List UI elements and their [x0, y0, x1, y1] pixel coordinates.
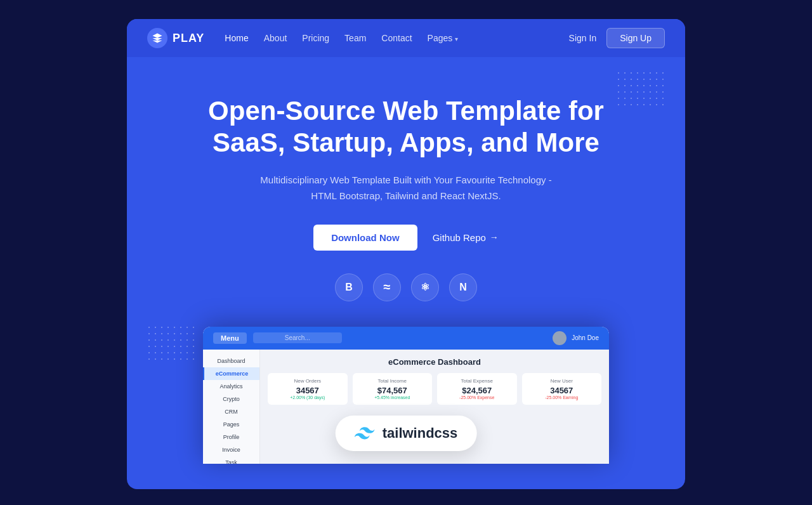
page-wrapper: PLAY Home About Pricing Team Contact Pag… [0, 0, 812, 505]
stat-change-0: +2.00% (30 days) [273, 395, 343, 400]
hero-section: Open-Source Web Template for SaaS, Start… [127, 57, 685, 489]
hero-subtitle: Multidisciplinary Web Template Built wit… [254, 172, 558, 204]
stat-card-total-income: Total Income $74,567 +5.45% increased [353, 373, 433, 405]
nav-item-about[interactable]: About [264, 32, 287, 44]
nav-item-pages[interactable]: Pages ▾ [428, 32, 459, 44]
dashboard-sidebar: Dashboard eCommerce Analytics Crypto CRM… [203, 350, 260, 464]
nav-item-contact[interactable]: Contact [381, 32, 412, 44]
nav-link-pricing: Pricing [302, 33, 329, 43]
hero-title: Open-Source Web Template for SaaS, Start… [178, 95, 634, 159]
dashboard-topbar-right: John Doe [553, 331, 599, 345]
nav-links: Home About Pricing Team Contact Pages ▾ [225, 32, 458, 44]
dashboard-user-name: John Doe [572, 334, 599, 341]
sidebar-item-pages[interactable]: Pages [203, 418, 259, 431]
stat-change-2: -25.00% Expense [442, 395, 512, 400]
stat-value-1: $74,567 [358, 386, 428, 395]
nav-item-home[interactable]: Home [225, 32, 248, 44]
dashboard-topbar: Menu Search... John Doe [203, 327, 609, 350]
logo-icon [147, 28, 167, 48]
tech-icons: B ≈ ⚛ N [178, 273, 634, 301]
navbar-left: PLAY Home About Pricing Team Contact Pag… [147, 28, 458, 48]
stat-card-total-expense: Total Expense $24,567 -25.00% Expense [437, 373, 517, 405]
logo[interactable]: PLAY [147, 28, 204, 48]
tailwind-badge-text: tailwindcss [383, 425, 458, 442]
arrow-right-icon: → [490, 232, 499, 242]
dots-decoration-top-right [615, 70, 666, 108]
navbar: PLAY Home About Pricing Team Contact Pag… [127, 19, 685, 57]
hero-cta: Download Now Github Repo → [178, 225, 634, 251]
nextjs-icon: N [449, 273, 477, 301]
sidebar-item-invoice[interactable]: Invoice [203, 443, 259, 456]
dashboard-search: Search... [253, 332, 342, 343]
stat-change-1: +5.45% increased [358, 395, 428, 400]
logo-text: PLAY [173, 32, 204, 45]
sidebar-item-profile[interactable]: Profile [203, 431, 259, 443]
react-icon: ⚛ [411, 273, 439, 301]
stat-card-new-orders: New Orders 34567 +2.00% (30 days) [268, 373, 348, 405]
sidebar-item-crm[interactable]: CRM [203, 405, 259, 418]
chevron-down-icon: ▾ [455, 36, 458, 43]
nav-item-pricing[interactable]: Pricing [302, 32, 329, 44]
stat-label-0: New Orders [273, 378, 343, 384]
stat-label-3: New User [527, 378, 597, 384]
dashboard-content-title: eCommerce Dashboard [268, 357, 601, 367]
stat-value-3: 34567 [527, 386, 597, 395]
download-button[interactable]: Download Now [313, 225, 417, 251]
main-card: PLAY Home About Pricing Team Contact Pag… [127, 19, 685, 489]
nav-item-team[interactable]: Team [344, 32, 366, 44]
sidebar-item-crypto[interactable]: Crypto [203, 393, 259, 405]
sidebar-item-task[interactable]: Task [203, 456, 259, 464]
stat-card-new-user: New User 34567 -25.00% Earning [522, 373, 602, 405]
dashboard-preview: Menu Search... John Doe Dashboard eComme… [203, 327, 609, 464]
navbar-right: Sign In Sign Up [569, 28, 665, 48]
signin-button[interactable]: Sign In [569, 33, 597, 43]
nav-link-about: About [264, 33, 287, 43]
github-button[interactable]: Github Repo → [433, 232, 499, 243]
nav-link-contact: Contact [381, 33, 412, 43]
fake-dashboard: Menu Search... John Doe Dashboard eComme… [203, 327, 609, 464]
nav-link-home: Home [225, 33, 248, 43]
stat-value-2: $24,567 [442, 386, 512, 395]
bootstrap-icon: B [335, 273, 363, 301]
stat-label-1: Total Income [358, 378, 428, 384]
dots-decoration-bottom-left [146, 324, 197, 362]
stat-label-2: Total Expense [442, 378, 512, 384]
tailwind-badge: tailwindcss [336, 416, 477, 451]
sidebar-item-ecommerce[interactable]: eCommerce [203, 367, 259, 380]
dashboard-avatar [553, 331, 566, 345]
sidebar-item-dashboard[interactable]: Dashboard [203, 355, 259, 367]
nav-link-team: Team [344, 33, 366, 43]
stat-change-3: -25.00% Earning [527, 395, 597, 400]
signup-button[interactable]: Sign Up [606, 28, 665, 48]
tailwind-badge-icon [355, 423, 375, 443]
dashboard-menu-btn: Menu [213, 332, 247, 344]
sidebar-item-analytics[interactable]: Analytics [203, 380, 259, 393]
stat-value-0: 34567 [273, 386, 343, 395]
nav-link-pages: Pages ▾ [428, 33, 459, 43]
dashboard-stats-cards: New Orders 34567 +2.00% (30 days) Total … [268, 373, 601, 405]
tailwind-icon: ≈ [373, 273, 401, 301]
